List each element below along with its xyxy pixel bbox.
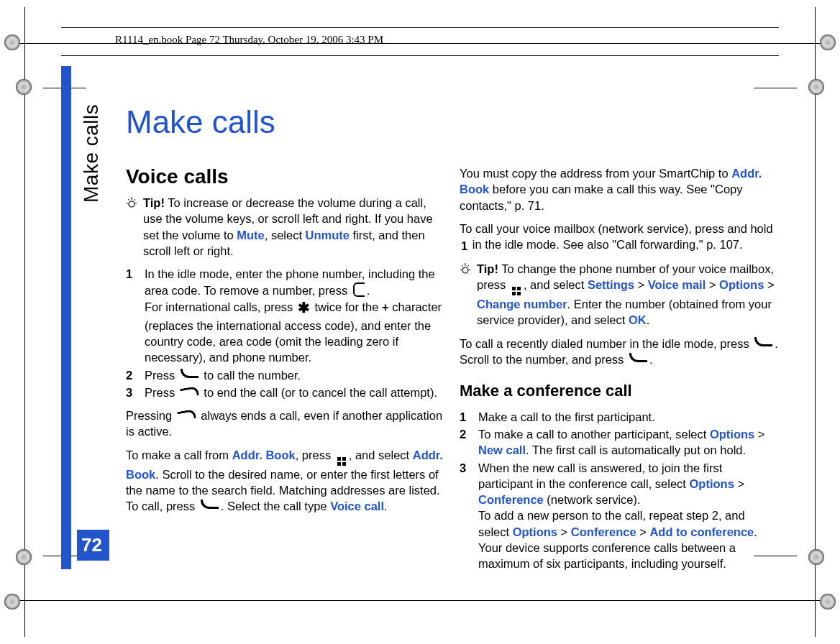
svg-line-9 — [467, 265, 469, 267]
conf-step-2: 2 To make a call to another participant,… — [460, 426, 779, 459]
tip-volume: Tip! To increase or decrease the volume … — [126, 195, 445, 259]
tip-icon — [126, 197, 137, 208]
star-key-icon: ✱ — [298, 298, 310, 318]
para-voicemail: To call your voice mailbox (network serv… — [460, 221, 779, 254]
para-end-call: Pressing always ends a call, even if ano… — [126, 408, 445, 440]
page-title: Make calls — [126, 101, 445, 143]
step-2: 2 Press to call the number. — [126, 367, 445, 383]
send-key-icon — [754, 337, 772, 346]
send-key-icon — [629, 353, 647, 362]
tip-icon — [460, 263, 471, 275]
send-key-icon — [201, 500, 219, 509]
para-recent: To call a recently dialed number in the … — [460, 336, 779, 368]
left-column: Make calls Voice calls Tip! To increase … — [126, 101, 445, 569]
svg-line-2 — [128, 199, 129, 201]
send-key-icon — [181, 369, 198, 378]
blue-side-bar — [61, 66, 71, 569]
section-voice-calls: Voice calls — [126, 163, 445, 190]
right-column: You must copy the address from your Smar… — [460, 101, 779, 569]
conf-step-1: 1Make a call to the first participant. — [460, 409, 779, 425]
menu-key-icon — [511, 286, 521, 296]
para-smartchip: You must copy the address from your Smar… — [460, 165, 779, 213]
page-number: 72 — [77, 530, 109, 561]
tip-voicemail-number: Tip! To change the phone number of your … — [460, 261, 779, 328]
svg-line-8 — [462, 265, 463, 267]
svg-point-0 — [129, 201, 134, 207]
clear-key-icon — [353, 282, 365, 297]
side-label: Make calls — [80, 104, 103, 203]
end-key-icon — [180, 386, 199, 398]
header-text: R1114_en.book Page 72 Thursday, October … — [115, 34, 383, 46]
end-key-icon — [177, 409, 196, 421]
content-area: Make calls Voice calls Tip! To increase … — [126, 101, 779, 569]
step-1: 1 In the idle mode, enter the phone numb… — [126, 266, 445, 365]
page-frame: R1114_en.book Page 72 Thursday, October … — [61, 66, 779, 569]
step-3: 3 Press to end the call (or to cancel th… — [126, 385, 445, 400]
conf-step-3: 3 When the new call is answered, to join… — [460, 460, 779, 572]
one-key-icon: 1 — [461, 238, 467, 254]
svg-point-6 — [462, 267, 468, 273]
section-conference: Make a conference call — [460, 380, 779, 402]
para-addr-book: To make a call from Addr. Book, press , … — [126, 447, 445, 515]
menu-key-icon — [337, 456, 347, 466]
svg-line-3 — [134, 199, 135, 201]
